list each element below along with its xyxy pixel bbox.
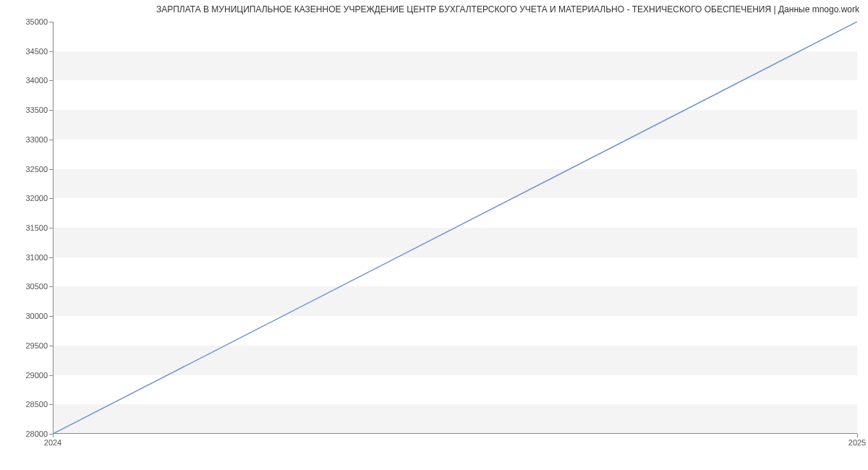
grid-band	[53, 110, 857, 140]
y-axis-label: 30000	[4, 312, 48, 320]
y-axis-label: 32500	[4, 165, 48, 174]
y-axis-label: 31500	[4, 223, 48, 232]
y-tick	[49, 257, 53, 258]
x-axis-line	[53, 433, 857, 434]
chart-container: ЗАРПЛАТА В МУНИЦИПАЛЬНОЕ КАЗЕННОЕ УЧРЕЖД…	[0, 0, 868, 470]
y-tick	[49, 80, 53, 81]
y-axis-label: 29000	[4, 371, 48, 380]
y-tick	[49, 346, 53, 346]
x-axis-label: 2025	[848, 438, 866, 447]
grid-band	[53, 346, 857, 375]
x-tick	[53, 434, 54, 437]
y-axis-label: 32000	[4, 194, 48, 202]
y-axis-label: 34000	[4, 76, 48, 85]
y-tick	[49, 286, 53, 287]
grid-band	[53, 51, 857, 81]
grid-band	[53, 404, 857, 434]
y-axis-label: 31000	[4, 253, 48, 262]
y-tick	[49, 51, 53, 52]
x-tick	[857, 434, 858, 437]
y-tick	[49, 22, 53, 22]
y-tick	[49, 169, 53, 170]
chart-title: ЗАРПЛАТА В МУНИЦИПАЛЬНОЕ КАЗЕННОЕ УЧРЕЖД…	[156, 4, 859, 14]
y-axis-label: 33500	[4, 106, 48, 114]
y-axis-label: 34500	[4, 47, 48, 56]
y-axis-label: 30500	[4, 282, 48, 291]
y-tick	[49, 228, 53, 228]
y-axis-label: 29500	[4, 341, 48, 350]
y-axis-label: 35000	[4, 17, 48, 26]
y-axis-line	[53, 22, 54, 434]
y-tick	[49, 140, 53, 140]
grid-band	[53, 286, 857, 316]
x-axis-label: 2024	[44, 438, 61, 447]
y-axis-label: 33000	[4, 135, 48, 144]
y-axis-label: 28000	[4, 430, 48, 438]
grid-band	[53, 169, 857, 199]
y-tick	[49, 198, 53, 199]
y-tick	[49, 404, 53, 405]
grid-band	[53, 228, 857, 257]
y-tick	[49, 316, 53, 317]
plot-area	[53, 22, 857, 434]
y-axis-label: 28500	[4, 400, 48, 409]
y-tick	[49, 375, 53, 376]
y-tick	[49, 110, 53, 111]
